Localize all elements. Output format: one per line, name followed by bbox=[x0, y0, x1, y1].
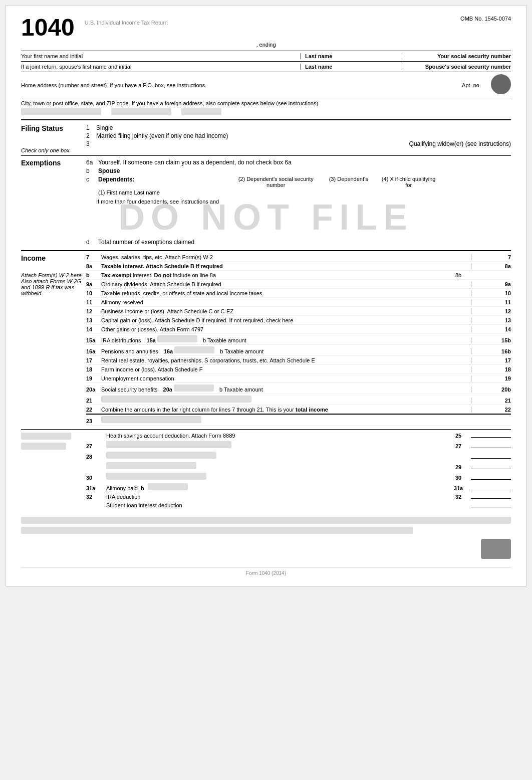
line-desc-10: Taxable refunds, credits, or offsets of … bbox=[101, 290, 471, 296]
dep-name-header: (1) First name Last name bbox=[98, 189, 511, 196]
line-num-19: 19 bbox=[86, 375, 101, 381]
line-num-23: 23 bbox=[86, 418, 101, 424]
ded-ref-hsa: 25 bbox=[446, 433, 471, 439]
line-desc-11: Alimony received bbox=[101, 299, 471, 305]
stamp-icon bbox=[491, 74, 511, 94]
ss-value bbox=[174, 384, 214, 392]
ded-desc-31a: Alimony paid b bbox=[106, 483, 446, 491]
line-desc-14: Other gains or (losses). Attach Form 479… bbox=[101, 326, 471, 332]
dep-col-4: (4) X if child qualifying for bbox=[381, 176, 436, 188]
line-num-17: 17 bbox=[86, 357, 101, 363]
exemp-num-d: d bbox=[86, 239, 98, 246]
ded-desc-32: IRA deduction bbox=[106, 494, 446, 500]
ded-num-32: 32 bbox=[86, 494, 106, 500]
line-amount-9a: 9a bbox=[471, 281, 511, 287]
filing-option-1: Single bbox=[96, 124, 511, 131]
exemp-num-b: b bbox=[86, 167, 98, 174]
line-amount-19: 19 bbox=[471, 375, 511, 381]
city-label: City, town or post office, state, and ZI… bbox=[21, 100, 511, 106]
last-name-label: Last name bbox=[301, 53, 401, 59]
dep-col-2: (2) Dependent's social security number bbox=[236, 176, 316, 188]
ded-ref-30: 30 bbox=[446, 475, 471, 481]
exemp-num-c: c bbox=[86, 176, 98, 183]
bottom-right-area bbox=[21, 539, 511, 559]
line-desc-23 bbox=[101, 416, 471, 424]
apt-label: Apt. no. bbox=[462, 82, 481, 88]
state-value bbox=[111, 108, 171, 115]
spouse-last-label: Last name bbox=[301, 64, 401, 70]
line-desc-12: Business income or (loss). Attach Schedu… bbox=[101, 308, 471, 314]
line-desc-16a: Pensions and annuities 16a b Taxable amo… bbox=[101, 346, 471, 354]
spouse-first-label: If a joint return, spouse's first name a… bbox=[21, 64, 301, 70]
line-desc-22: Combine the amounts in the far right col… bbox=[101, 407, 471, 413]
attach-label: Attach Form(s) W-2 here. Also attach For… bbox=[21, 272, 86, 296]
line-desc-20a: Social security benefits 20a b Taxable a… bbox=[101, 384, 471, 393]
spouse-ssn-label: Spouse's social security number bbox=[401, 64, 511, 70]
ded-num-31a: 31a bbox=[86, 485, 106, 491]
form-title: U.S. Individual Income Tax Return bbox=[85, 16, 460, 26]
taxable-b-20: b Taxable amount bbox=[219, 386, 263, 393]
line-num-8a: 8a bbox=[86, 263, 101, 269]
line-desc-18: Farm income or (loss). Attach Schedule F bbox=[101, 366, 471, 372]
line-num-21: 21 bbox=[86, 398, 101, 404]
ira-value bbox=[157, 335, 197, 342]
ded-num-27: 27 bbox=[86, 443, 106, 449]
ded-amount-29 bbox=[471, 469, 511, 469]
exemptions-heading: Exemptions bbox=[21, 159, 86, 167]
address-label: Home address (number and street). If you… bbox=[21, 82, 452, 88]
form-1040-page: 1040 U.S. Individual Income Tax Return O… bbox=[6, 5, 526, 587]
ded-side-label1 bbox=[21, 433, 71, 440]
line-num-18: 18 bbox=[86, 366, 101, 372]
line-desc-19: Unemployment compensation bbox=[101, 375, 471, 381]
filing-status-heading: Filing Status bbox=[21, 124, 86, 132]
line-desc-8b: Tax-exempt interest. Do not include on l… bbox=[101, 272, 446, 278]
watermark: DO NOT FILE bbox=[21, 197, 511, 237]
ded-ref-31a: 31a bbox=[446, 485, 471, 491]
qualifying-widow-label: Qualifying widow(er) (see instructions) bbox=[409, 140, 511, 147]
exemp-dependents: Dependents: bbox=[98, 176, 236, 183]
pension-value bbox=[174, 346, 214, 353]
ded-desc-student: Student loan interest deduction bbox=[106, 502, 446, 508]
line-amount-22: 22 bbox=[471, 407, 511, 413]
line-amount-14: 14 bbox=[471, 326, 511, 332]
line-num-15a: 15a bbox=[86, 337, 101, 343]
ded-amount-27 bbox=[471, 448, 511, 448]
taxable-b-15: b Taxable amount bbox=[203, 337, 246, 343]
line-amount-20b: 20b bbox=[471, 386, 511, 393]
line-desc-9a: Ordinary dividends. Attach Schedule B if… bbox=[101, 281, 471, 287]
ded-desc-hsa: Health savings account deduction. Attach… bbox=[106, 433, 446, 439]
income-heading: Income bbox=[21, 254, 86, 262]
ded-amount-28 bbox=[471, 458, 511, 459]
filing-num-1: 1 bbox=[86, 124, 96, 131]
filing-num-3: 3 bbox=[86, 140, 96, 147]
filing-num-2: 2 bbox=[86, 132, 96, 139]
line-amount-21: 21 bbox=[471, 398, 511, 404]
ded-ref-29: 29 bbox=[446, 464, 471, 470]
ded-amount-30 bbox=[471, 479, 511, 480]
line-desc-8a: Taxable interest. Attach Schedule B if r… bbox=[101, 263, 471, 269]
line-amount-18: 18 bbox=[471, 366, 511, 372]
line-amount-7: 7 bbox=[471, 254, 511, 260]
line-desc-21 bbox=[101, 396, 471, 404]
stamp-area bbox=[491, 74, 511, 96]
omb-number: OMB No. 1545-0074 bbox=[460, 16, 511, 22]
line-num-8b: b bbox=[86, 272, 101, 278]
page-footer: Form 1040 (2014) bbox=[21, 567, 511, 576]
line-amount-8a: 8a bbox=[471, 263, 511, 269]
ded-num-30: 30 bbox=[86, 475, 106, 481]
ded-desc-28 bbox=[106, 452, 446, 460]
ded-amount-student bbox=[471, 507, 511, 507]
ded-side-label2 bbox=[21, 443, 66, 450]
ded-ref-27: 27 bbox=[446, 443, 471, 449]
line-amount-10: 10 bbox=[471, 290, 511, 296]
bottom-blur-2 bbox=[21, 527, 413, 534]
line-num-11: 11 bbox=[86, 299, 101, 305]
line-amount-17: 17 bbox=[471, 357, 511, 363]
ssn-label: Your social security number bbox=[401, 53, 511, 59]
line-num-14: 14 bbox=[86, 326, 101, 332]
exemp-spouse: Spouse bbox=[98, 167, 511, 174]
taxable-b-16: b Taxable amount bbox=[220, 348, 263, 354]
exemp-num-6a: 6a bbox=[86, 159, 98, 166]
exemp-total-label: Total number of exemptions claimed bbox=[98, 239, 511, 246]
line-desc-7: Wages, salaries, tips, etc. Attach Form(… bbox=[101, 254, 471, 260]
